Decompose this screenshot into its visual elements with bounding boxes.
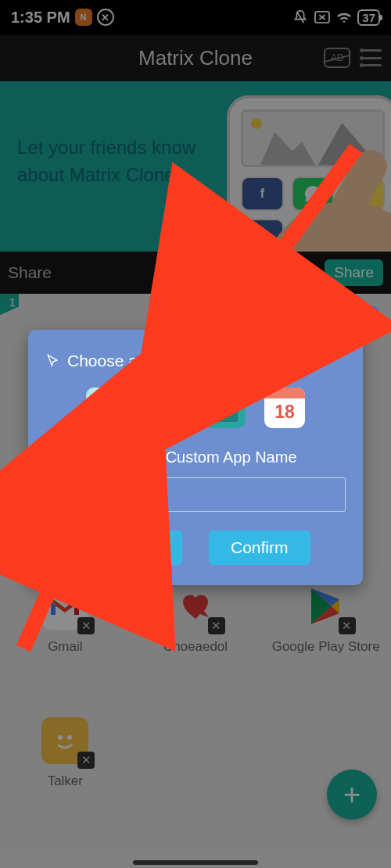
cursor-icon <box>45 353 61 369</box>
app-name-input[interactable] <box>45 477 346 512</box>
icon-option-calendar[interactable]: 18 <box>264 388 305 428</box>
restore-button[interactable]: Restore <box>81 530 182 565</box>
confirm-button[interactable]: Confirm <box>209 530 310 565</box>
icon-options: ✓ 18 <box>45 388 346 428</box>
icon-option-gallery[interactable] <box>86 388 127 428</box>
icon-option-wallet[interactable]: ✓ <box>145 388 186 428</box>
modal-title: Choose a Custom Icon <box>45 352 346 370</box>
modal-subtitle: Choose a Custom App Name <box>45 448 346 466</box>
custom-icon-modal: Choose a Custom Icon ✓ 18 Choose a Custo… <box>28 330 363 585</box>
close-button[interactable]: ✕ <box>353 305 382 333</box>
icon-option-notebook[interactable] <box>205 388 246 428</box>
selected-check-icon: ✓ <box>175 381 192 398</box>
